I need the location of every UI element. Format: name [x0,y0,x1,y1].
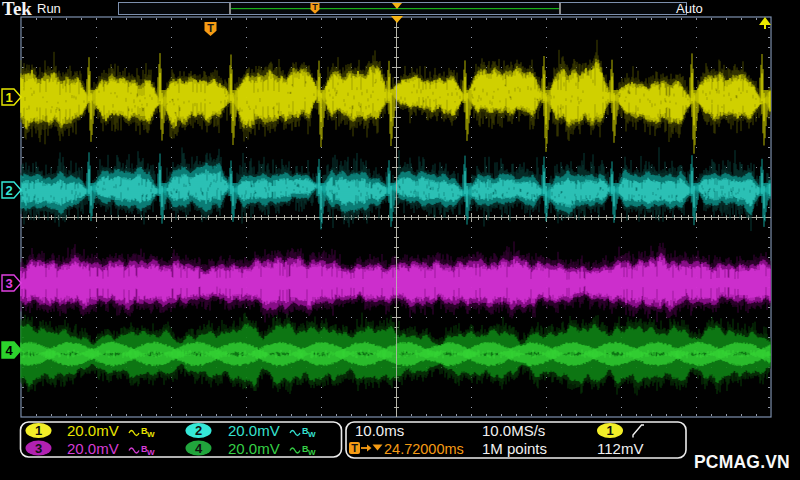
svg-text:3: 3 [5,276,12,291]
svg-text:20.0mV: 20.0mV [67,422,119,439]
svg-text:W: W [308,430,316,439]
svg-text:112mV: 112mV [597,440,643,457]
svg-text:Tek: Tek [2,0,32,19]
svg-text:W: W [147,448,155,457]
svg-text:2: 2 [195,423,202,438]
svg-text:W: W [147,430,155,439]
svg-text:T: T [312,2,318,12]
svg-text:1M points: 1M points [482,440,547,457]
svg-text:20.0mV: 20.0mV [67,440,119,457]
svg-text:20.0mV: 20.0mV [228,422,280,439]
svg-text:T: T [351,442,358,454]
svg-text:4: 4 [195,441,203,456]
svg-text:2: 2 [5,183,12,198]
svg-text:T: T [207,22,214,34]
svg-text:24.72000ms: 24.72000ms [384,441,464,457]
svg-text:10.0MS/s: 10.0MS/s [482,422,545,439]
svg-text:1: 1 [606,423,613,438]
svg-text:W: W [308,448,316,457]
svg-text:Auto: Auto [676,1,703,16]
svg-text:PCMAG.VN: PCMAG.VN [694,452,790,472]
svg-text:1: 1 [35,423,42,438]
svg-text:10.0ms: 10.0ms [355,422,404,439]
svg-text:1: 1 [5,90,12,105]
svg-text:Run: Run [37,1,61,16]
svg-text:3: 3 [35,441,42,456]
svg-text:4: 4 [5,343,13,358]
svg-text:20.0mV: 20.0mV [228,440,280,457]
